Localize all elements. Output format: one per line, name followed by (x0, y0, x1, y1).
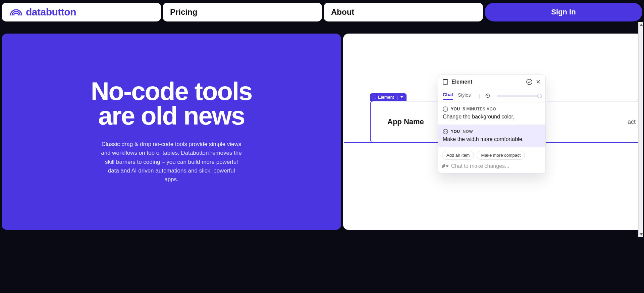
hero-row: No-code tools are old news Classic drag … (0, 24, 644, 230)
hero-body: Classic drag & drop no-code tools provid… (101, 140, 242, 184)
chat-input[interactable] (451, 163, 541, 169)
signin-label: Sign In (551, 8, 576, 16)
scroll-down-icon[interactable] (640, 233, 643, 236)
panel-header: Element ✕ (438, 75, 545, 89)
message-text: Make the width more comfortable. (443, 136, 541, 142)
trailing-text: act (628, 118, 636, 126)
composer: # (438, 163, 545, 173)
app-name-text: App Name (387, 117, 424, 126)
square-icon (373, 96, 376, 99)
tab-chat[interactable]: Chat (443, 92, 453, 100)
tab-styles[interactable]: Styles (458, 92, 471, 100)
scrollbar[interactable] (638, 22, 643, 237)
message-status-icon (443, 129, 448, 134)
svg-point-3 (446, 109, 447, 109)
message-author: YOU (451, 129, 460, 134)
close-icon[interactable]: ✕ (536, 79, 541, 85)
message-time: NOW (463, 129, 473, 134)
logo-icon (9, 7, 23, 17)
panel-title: Element (451, 79, 523, 85)
scroll-up-icon[interactable] (640, 23, 643, 26)
nav-pricing[interactable]: Pricing (163, 3, 322, 21)
element-tag-label: Element (378, 95, 394, 100)
hero-right-preview: Element | App Name act Element ✕ Chat St… (343, 34, 642, 230)
svg-point-4 (443, 129, 448, 134)
svg-point-0 (527, 79, 532, 85)
slider-knob[interactable] (537, 94, 542, 98)
svg-point-1 (443, 107, 448, 111)
chat-panel: Element ✕ Chat Styles | (438, 75, 546, 174)
chat-message: YOU 5 MINUTES AGO Change the background … (438, 102, 545, 125)
square-icon (443, 79, 448, 85)
hero-left: No-code tools are old news Classic drag … (2, 34, 341, 230)
message-text: Change the background color. (443, 114, 541, 120)
check-circle-icon[interactable] (526, 79, 532, 85)
message-time: 5 MINUTES AGO (463, 107, 496, 111)
svg-point-2 (444, 109, 445, 109)
signin-button[interactable]: Sign In (485, 3, 642, 21)
hero-title-line2: are old news (98, 101, 245, 130)
chevron-down-icon (446, 165, 448, 167)
hash-picker[interactable]: # (442, 163, 448, 169)
brand-text: databutton (26, 6, 76, 18)
nav-about[interactable]: About (324, 3, 483, 21)
nav-about-label: About (331, 7, 354, 17)
chip-add-item[interactable]: Add an item (442, 151, 474, 160)
chevron-down-icon (400, 96, 403, 98)
history-slider[interactable] (497, 95, 541, 97)
chat-message: YOU NOW Make the width more comfortable. (438, 125, 545, 147)
top-nav: databutton Pricing About Sign In (0, 0, 644, 24)
hero-title: No-code tools are old news (91, 79, 252, 128)
nav-pricing-label: Pricing (170, 7, 197, 17)
message-author: YOU (451, 107, 460, 111)
chip-make-compact[interactable]: Make more compact (477, 151, 525, 160)
element-tag[interactable]: Element | (370, 93, 407, 101)
panel-tabs: Chat Styles | (438, 89, 545, 102)
history-icon[interactable] (485, 93, 490, 99)
svg-point-5 (444, 131, 445, 132)
suggestion-chips: Add an item Make more compact (438, 147, 545, 163)
message-status-icon (443, 106, 448, 112)
logo-pill[interactable]: databutton (2, 3, 161, 21)
svg-point-6 (446, 131, 447, 132)
